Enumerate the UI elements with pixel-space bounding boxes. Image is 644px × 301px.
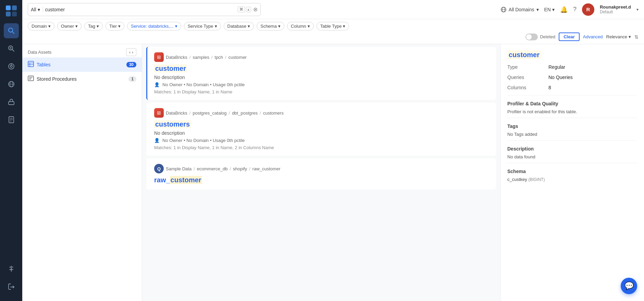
- database-filter[interactable]: Database ▾: [224, 22, 254, 30]
- result-card-customers[interactable]: ⊞ DataBricks / postgres_catalog / dbt_po…: [146, 103, 496, 156]
- divider-1: [507, 95, 637, 95]
- search-type-chevron: ▾: [38, 7, 40, 12]
- result-card-customer[interactable]: ⊞ DataBricks / samples / tpch / customer…: [146, 47, 496, 100]
- result-title-3[interactable]: raw_customer: [154, 176, 489, 184]
- search-input[interactable]: [45, 7, 236, 12]
- column-filter[interactable]: Column ▾: [287, 22, 314, 30]
- tags-section-title: Tags: [507, 123, 637, 129]
- schema-filter[interactable]: Schema ▾: [257, 22, 284, 30]
- advanced-button[interactable]: Advanced: [583, 34, 603, 39]
- filter-bar: Domain ▾ Owner ▾ Tag ▾ Tier ▾ Service:: [22, 19, 644, 44]
- result-title-1[interactable]: customer: [154, 65, 489, 73]
- clear-button[interactable]: Clear: [559, 32, 580, 41]
- result-breadcrumb-2: ⊞ DataBricks / postgres_catalog / dbt_po…: [154, 108, 489, 118]
- column-filter-label: Column: [291, 24, 306, 29]
- owner-filter-chevron: ▾: [75, 24, 78, 29]
- user-role: Default: [600, 10, 631, 14]
- divider-2: [507, 118, 637, 118]
- notifications-button[interactable]: 🔔: [560, 6, 568, 13]
- nav-search[interactable]: [4, 41, 19, 56]
- type-val: Regular: [548, 64, 565, 70]
- nav-logout[interactable]: [4, 279, 19, 294]
- tier-filter-label: Tier: [109, 24, 117, 29]
- search-clear-icon[interactable]: ⊗: [253, 6, 258, 13]
- toggle-knob: [526, 34, 532, 40]
- top-bar: All ▾ ⌘ x ⊗ All Domains: [22, 0, 644, 19]
- user-name: Rounakpreet.d: [600, 4, 631, 10]
- svg-point-21: [11, 266, 12, 268]
- schema-filter-label: Schema: [260, 24, 277, 29]
- result-meta-1: 👤 No Owner • No Domain • Usage 0th pctil…: [154, 82, 489, 87]
- result-breadcrumb-3: Q Sample Data / ecommerce_db / shopify /…: [154, 164, 489, 173]
- domain-chevron: ▾: [536, 7, 539, 12]
- service-filter[interactable]: Service: databricks,... ▾: [127, 22, 181, 30]
- tables-count: 30: [126, 62, 136, 67]
- chat-icon: 💬: [624, 282, 634, 290]
- table-type-filter[interactable]: Table Type ▾: [317, 22, 349, 30]
- divider-4: [507, 163, 637, 163]
- nav-governance[interactable]: [4, 94, 19, 109]
- top-bar-right: All Domains ▾ EN ▾ 🔔 ? R Rounakpreet.d D…: [500, 3, 639, 16]
- category-tables[interactable]: Tables 30: [22, 57, 142, 72]
- service-type-filter[interactable]: Service Type ▾: [184, 22, 221, 30]
- language-selector[interactable]: EN ▾: [544, 7, 555, 12]
- type-key: Type: [507, 64, 548, 70]
- domain-selector[interactable]: All Domains ▾: [500, 6, 539, 13]
- result-desc-2: No description: [154, 130, 489, 136]
- nav-docs[interactable]: [4, 112, 19, 127]
- user-info[interactable]: Rounakpreet.d Default: [600, 4, 631, 14]
- avatar[interactable]: R: [582, 3, 594, 16]
- svg-point-11: [10, 65, 12, 67]
- schema-filter-chevron: ▾: [278, 24, 281, 29]
- schema-section-title: Schema: [507, 169, 637, 174]
- deleted-toggle[interactable]: [525, 34, 538, 40]
- nav-explore[interactable]: [4, 23, 19, 38]
- user-menu-chevron[interactable]: ▾: [636, 7, 639, 12]
- svg-rect-16: [9, 102, 14, 105]
- stored-proc-label: Stored Procedures: [37, 76, 126, 82]
- queries-key: Queries: [507, 75, 548, 80]
- deleted-label: Deleted: [540, 34, 555, 39]
- tier-filter[interactable]: Tier ▾: [106, 22, 124, 30]
- search-type-dropdown[interactable]: All ▾: [31, 7, 43, 12]
- search-container: All ▾ ⌘ x ⊗: [28, 3, 261, 16]
- help-button[interactable]: ?: [573, 6, 577, 13]
- queries-val: No Queries: [548, 75, 573, 80]
- sort-icon[interactable]: ⇅: [634, 34, 639, 40]
- svg-rect-1: [12, 5, 17, 10]
- result-title-2[interactable]: customers: [154, 120, 489, 128]
- sample-data-icon: Q: [154, 164, 164, 173]
- globe-icon: [500, 6, 507, 13]
- relevance-chevron: ▾: [629, 34, 631, 39]
- detail-columns-row: Columns 8: [507, 85, 637, 90]
- results-panel: ⊞ DataBricks / samples / tpch / customer…: [142, 44, 500, 301]
- databricks-icon-2: ⊞: [154, 108, 164, 118]
- app-logo[interactable]: [4, 4, 18, 18]
- columns-key: Columns: [507, 85, 548, 90]
- svg-line-7: [12, 50, 14, 52]
- tags-text: No Tags added: [507, 132, 637, 137]
- stored-proc-count: 1: [128, 76, 136, 82]
- tables-label: Tables: [37, 62, 124, 67]
- result-card-raw-customer[interactable]: Q Sample Data / ecommerce_db / shopify /…: [146, 158, 496, 189]
- nav-settings[interactable]: [4, 261, 19, 276]
- chat-fab[interactable]: 💬: [621, 278, 637, 294]
- tag-filter[interactable]: Tag ▾: [84, 22, 103, 30]
- domain-filter[interactable]: Domain ▾: [28, 22, 54, 30]
- table-type-chevron: ▾: [343, 24, 345, 29]
- owner-filter[interactable]: Owner ▾: [57, 22, 82, 30]
- domain-label: All Domains: [509, 7, 534, 12]
- panel-expand-btn[interactable]: ‹ ›: [126, 48, 136, 56]
- lang-label: EN: [544, 7, 551, 12]
- svg-rect-2: [6, 12, 11, 16]
- nav-globe[interactable]: [4, 77, 19, 92]
- nav-insights[interactable]: [4, 59, 19, 74]
- svg-rect-33: [28, 61, 34, 67]
- category-stored-procedures[interactable]: Stored Procedures 1: [22, 72, 142, 86]
- tag-filter-label: Tag: [88, 24, 95, 29]
- databricks-icon-1: ⊞: [154, 52, 164, 62]
- svg-line-5: [12, 32, 14, 34]
- result-breadcrumb-1: ⊞ DataBricks / samples / tpch / customer: [154, 52, 489, 62]
- relevance-dropdown[interactable]: Relevance ▾: [606, 34, 631, 39]
- data-assets-header: Data Assets: [28, 50, 51, 55]
